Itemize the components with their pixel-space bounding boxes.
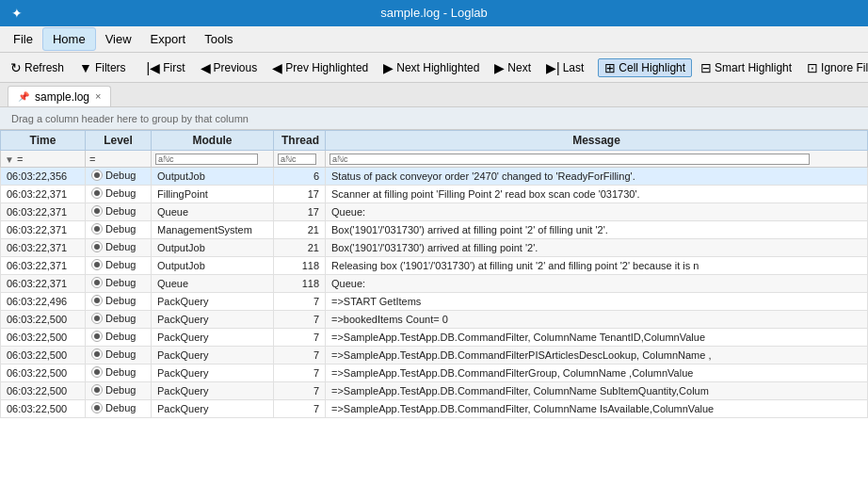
table-row[interactable]: 06:03:22,500DebugPackQuery7=>SampleApp.T…: [1, 364, 868, 382]
cell-message: =>SampleApp.TestApp.DB.CommandFilter, Co…: [326, 400, 868, 418]
table-row[interactable]: 06:03:22,371DebugManagementSystem21Box('…: [1, 221, 868, 239]
level-circle-icon: [91, 313, 103, 324]
level-circle-icon: [91, 241, 103, 252]
smart-highlight-icon: ⊟: [700, 61, 712, 74]
level-circle-icon: [91, 223, 103, 235]
cell-message: Scanner at filling point 'Filling Point …: [326, 186, 868, 203]
table-row[interactable]: 06:03:22,496DebugPackQuery7=>START GetIt…: [1, 293, 868, 311]
table-row[interactable]: 06:03:22,500DebugPackQuery7=>SampleApp.T…: [1, 382, 868, 400]
cell-message: =>SampleApp.TestApp.DB.CommandFilterGrou…: [326, 364, 868, 382]
tab-sample-log[interactable]: 📌 sample.log ×: [8, 86, 111, 106]
toolbar: ↻ Refresh ▼ Filters |◀ First ◀ Previous …: [0, 53, 868, 83]
cell-message: Queue:: [326, 275, 868, 293]
app-title: sample.log - Loglab: [380, 6, 487, 20]
cell-thread: 7: [274, 329, 326, 347]
table-row[interactable]: 06:03:22,356DebugOutputJob6Status of pac…: [1, 168, 868, 186]
previous-label: Previous: [214, 61, 258, 74]
cell-time: 06:03:22,356: [1, 168, 86, 186]
filter-message-input[interactable]: aℕc: [330, 154, 810, 165]
col-header-level[interactable]: Level: [86, 131, 152, 151]
cell-level: Debug: [86, 203, 152, 221]
filter-level-cell: =: [86, 151, 152, 168]
cell-highlight-label: Cell Highlight: [619, 61, 685, 74]
previous-icon: ◀: [201, 61, 211, 74]
first-button[interactable]: |◀ First: [140, 58, 192, 77]
cell-time: 06:03:22,371: [1, 203, 86, 221]
grid-container[interactable]: Time Level Module Thread Message ▼ = = a…: [0, 130, 868, 502]
table-row[interactable]: 06:03:22,371DebugOutputJob21Box('1901'/'…: [1, 239, 868, 257]
table-row[interactable]: 06:03:22,500DebugPackQuery7=>SampleApp.T…: [1, 400, 868, 418]
cell-thread: 7: [274, 400, 326, 418]
filter-message-cell: aℕc: [326, 151, 868, 168]
refresh-button[interactable]: ↻ Refresh: [4, 58, 71, 77]
menu-tools[interactable]: Tools: [195, 28, 242, 50]
menu-export[interactable]: Export: [141, 28, 196, 50]
cell-highlight-button[interactable]: ⊞ Cell Highlight: [598, 58, 692, 77]
cell-time: 06:03:22,371: [1, 221, 86, 239]
cell-time: 06:03:22,500: [1, 347, 86, 364]
cell-time: 06:03:22,371: [1, 275, 86, 293]
ignore-filter-button[interactable]: ⊡ Ignore Filter: [800, 58, 868, 77]
next-highlighted-button[interactable]: ▶ Next Highlighted: [377, 58, 486, 77]
cell-thread: 17: [274, 186, 326, 203]
table-row[interactable]: 06:03:22,371DebugQueue17Queue:: [1, 203, 868, 221]
level-circle-icon: [91, 295, 103, 306]
smart-highlight-button[interactable]: ⊟ Smart Highlight: [694, 58, 798, 77]
cell-thread: 7: [274, 311, 326, 329]
group-bar: Drag a column header here to group by th…: [0, 107, 868, 130]
cell-thread: 21: [274, 221, 326, 239]
last-icon: ▶|: [546, 61, 560, 74]
prev-highlighted-button[interactable]: ◀ Prev Highlighted: [265, 58, 375, 77]
cell-module: Queue: [152, 275, 274, 293]
tab-pin-icon: 📌: [18, 91, 29, 102]
grid-body: ▼ = = aℕc aℕc aℕc 06:03:22,356DebugOutpu…: [1, 151, 868, 418]
smart-highlight-label: Smart Highlight: [715, 61, 792, 74]
cell-level: Debug: [86, 293, 152, 311]
table-row[interactable]: 06:03:22,371DebugFillingPoint17Scanner a…: [1, 186, 868, 203]
table-row[interactable]: 06:03:22,500DebugPackQuery7=>SampleApp.T…: [1, 329, 868, 347]
cell-level: Debug: [86, 221, 152, 239]
next-icon: ▶: [494, 61, 505, 74]
menu-home[interactable]: Home: [42, 27, 96, 51]
table-row[interactable]: 06:03:22,371DebugQueue118Queue:: [1, 275, 868, 293]
previous-button[interactable]: ◀ Previous: [194, 58, 265, 77]
filter-module-input[interactable]: aℕc: [155, 154, 258, 165]
first-icon: |◀: [147, 61, 161, 74]
menu-file[interactable]: File: [4, 28, 42, 50]
col-header-message[interactable]: Message: [326, 131, 868, 151]
table-row[interactable]: 06:03:22,500DebugPackQuery7=>SampleApp.T…: [1, 347, 868, 364]
cell-module: OutputJob: [152, 239, 274, 257]
last-button[interactable]: ▶| Last: [539, 58, 590, 77]
cell-level: Debug: [86, 257, 152, 275]
level-circle-icon: [91, 384, 103, 396]
level-circle-icon: [91, 170, 103, 181]
table-row[interactable]: 06:03:22,500DebugPackQuery7=>bookedItems…: [1, 311, 868, 329]
level-circle-icon: [91, 348, 103, 360]
table-row[interactable]: 06:03:22,371DebugOutputJob118Releasing b…: [1, 257, 868, 275]
cell-module: PackQuery: [152, 364, 274, 382]
cell-thread: 118: [274, 257, 326, 275]
next-button[interactable]: ▶ Next: [488, 58, 538, 77]
cell-module: PackQuery: [152, 311, 274, 329]
cell-module: Queue: [152, 203, 274, 221]
filter-thread-input[interactable]: aℕc: [278, 154, 316, 165]
level-circle-icon: [91, 366, 103, 378]
col-header-module[interactable]: Module: [152, 131, 274, 151]
filters-button[interactable]: ▼ Filters: [72, 58, 133, 77]
cell-level: Debug: [86, 186, 152, 203]
cell-time: 06:03:22,496: [1, 293, 86, 311]
cell-message: Box('1901'/'031730') arrived at filling …: [326, 239, 868, 257]
cell-time: 06:03:22,371: [1, 239, 86, 257]
cell-module: PackQuery: [152, 329, 274, 347]
cell-level: Debug: [86, 311, 152, 329]
col-header-time[interactable]: Time: [1, 131, 86, 151]
cell-module: PackQuery: [152, 382, 274, 400]
menu-view[interactable]: View: [96, 28, 141, 50]
cell-thread: 7: [274, 347, 326, 364]
cell-time: 06:03:22,500: [1, 364, 86, 382]
cell-message: Releasing box ('1901'/'031730') at filli…: [326, 257, 868, 275]
tab-close-icon[interactable]: ×: [95, 91, 101, 102]
next-label: Next: [507, 61, 531, 74]
cell-module: OutputJob: [152, 257, 274, 275]
col-header-thread[interactable]: Thread: [274, 131, 326, 151]
